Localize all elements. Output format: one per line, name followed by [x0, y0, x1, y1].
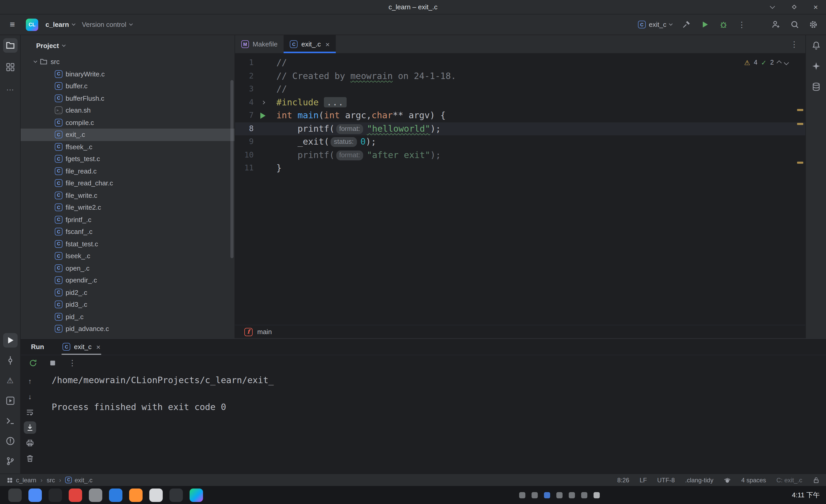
taskbar-app-app-light[interactable]: [149, 488, 163, 502]
run-icon[interactable]: [698, 18, 711, 31]
minimize-button[interactable]: [767, 2, 777, 12]
close-tab-icon[interactable]: ×: [326, 40, 330, 48]
read-access-icon[interactable]: [813, 477, 820, 484]
tree-item-pid2_.c[interactable]: Cpid2_.c: [21, 286, 235, 299]
breadcrumb-c_learn[interactable]: c_learn: [6, 477, 37, 484]
tree-item-pid3_.c[interactable]: Cpid3_.c: [21, 299, 235, 311]
commit-icon[interactable]: [3, 353, 17, 368]
scroll-to-end-icon[interactable]: [24, 421, 36, 434]
taskbar-app-code-blue[interactable]: [109, 488, 122, 502]
services-icon[interactable]: [3, 393, 17, 408]
caret-position[interactable]: 8:26: [617, 477, 630, 484]
tree-item-clean.sh[interactable]: >_clean.sh: [21, 104, 235, 116]
tree-item-bufferFlush.c[interactable]: CbufferFlush.c: [21, 92, 235, 104]
notifications-icon[interactable]: [809, 38, 823, 53]
run-icon[interactable]: [3, 333, 17, 348]
tree-item-fgets_test.c[interactable]: Cfgets_test.c: [21, 153, 235, 165]
inspections-widget[interactable]: ⚠ 4 ✓ 2: [744, 56, 788, 69]
tree-item-ffseek_.c[interactable]: Cffseek_.c: [21, 141, 235, 153]
soft-wrap-icon[interactable]: [24, 406, 36, 418]
warning-stripe[interactable]: [797, 123, 803, 125]
encoding[interactable]: UTF-8: [657, 477, 675, 484]
terminal-icon[interactable]: [3, 414, 17, 428]
main-menu-icon[interactable]: ≡: [6, 19, 18, 30]
tray-icon-1[interactable]: [519, 492, 525, 498]
clock[interactable]: 4:11 下午: [792, 490, 820, 500]
breadcrumb-src[interactable]: src: [47, 477, 55, 484]
clear-all-icon[interactable]: [24, 452, 36, 465]
tab-makefile[interactable]: M Makefile: [235, 35, 284, 53]
tree-item-open_.c[interactable]: Copen_.c: [21, 262, 235, 274]
vcs-selector[interactable]: Version control: [82, 21, 132, 28]
prev-problem-icon[interactable]: [777, 60, 781, 65]
tree-item-file_read.c[interactable]: Cfile_read.c: [21, 165, 235, 177]
tree-item-fscanf_.c[interactable]: Cfscanf_.c: [21, 226, 235, 238]
run-tab-exit-c[interactable]: C exit_c ×: [58, 339, 106, 355]
tree-item-exit_.c[interactable]: Cexit_.c: [21, 129, 235, 141]
close-button[interactable]: ×: [811, 2, 821, 12]
tray-icon-5[interactable]: [569, 492, 575, 498]
console-output[interactable]: /home/meowrain/CLionProjects/c_learn/exi…: [39, 371, 826, 474]
search-everywhere-icon[interactable]: [788, 18, 801, 31]
taskbar-app-app-dark-2[interactable]: [169, 488, 183, 502]
warning-stripe[interactable]: [797, 109, 803, 111]
warning-stripe[interactable]: [797, 162, 803, 164]
run-more-icon[interactable]: ⋮: [66, 357, 78, 369]
run-gutter-icon[interactable]: [260, 113, 266, 119]
build-icon[interactable]: [679, 18, 693, 31]
project-panel-title[interactable]: Project: [36, 42, 59, 49]
tray-icon-3[interactable]: [544, 492, 550, 498]
run-panel-title[interactable]: Run: [31, 343, 44, 351]
app-logo[interactable]: CL: [26, 18, 38, 31]
clangd-status-icon[interactable]: [724, 477, 731, 484]
structure-icon[interactable]: [3, 60, 17, 74]
tree-item-pid_.c[interactable]: Cpid_.c: [21, 311, 235, 323]
tree-item-binaryWrite.c[interactable]: CbinaryWrite.c: [21, 68, 235, 80]
close-run-tab-icon[interactable]: ×: [96, 342, 101, 351]
code-area[interactable]: 1//2// Created by meowrain on 24-1-18.3/…: [235, 53, 805, 325]
maximize-button[interactable]: [789, 2, 799, 12]
tree-folder-src[interactable]: src: [21, 56, 235, 68]
more-actions-icon[interactable]: ⋮: [735, 18, 749, 31]
tree-item-file_read_char.c[interactable]: Cfile_read_char.c: [21, 177, 235, 189]
problems-view-icon[interactable]: [3, 434, 17, 448]
taskbar-app-app-red[interactable]: [69, 488, 82, 502]
collapse-icon[interactable]: [34, 59, 37, 63]
taskbar-app-terminal[interactable]: [8, 488, 22, 502]
context-function-name[interactable]: main: [257, 328, 272, 336]
tree-item-buffer.c[interactable]: Cbuffer.c: [21, 80, 235, 92]
taskbar-app-clion[interactable]: [190, 488, 203, 502]
breadcrumb-exit_.c[interactable]: Cexit_.c: [65, 477, 93, 484]
prev-occurrence-icon[interactable]: ↑: [24, 375, 36, 387]
taskbar-app-app-gray[interactable]: [89, 488, 102, 502]
taskbar-app-app-dark[interactable]: [49, 488, 62, 502]
database-icon[interactable]: [809, 79, 823, 94]
tree-item-file_write2.c[interactable]: Cfile_write2.c: [21, 201, 235, 213]
tree-item-lseek_.c[interactable]: Clseek_.c: [21, 250, 235, 262]
debug-icon[interactable]: [716, 18, 730, 31]
rerun-icon[interactable]: [27, 357, 39, 369]
taskbar-app-browser-blue[interactable]: [28, 488, 42, 502]
project-selector[interactable]: c_learn: [46, 21, 75, 28]
line-separator[interactable]: LF: [640, 477, 647, 484]
project-icon[interactable]: [3, 38, 17, 53]
print-icon[interactable]: [24, 437, 36, 449]
stop-icon[interactable]: [47, 357, 59, 369]
indent[interactable]: 4 spaces: [741, 477, 766, 484]
tree-item-opendir_.c[interactable]: Copendir_.c: [21, 274, 235, 286]
code-with-me-icon[interactable]: [769, 18, 783, 31]
tree-item-file_write.c[interactable]: Cfile_write.c: [21, 189, 235, 201]
taskbar-app-firefox-orange[interactable]: [129, 488, 142, 502]
ai-assistant-icon[interactable]: [809, 59, 823, 73]
more-tools-icon[interactable]: ···: [3, 81, 17, 96]
scrollbar[interactable]: [230, 80, 234, 258]
tree-item-fprintf_.c[interactable]: Cfprintf_.c: [21, 213, 235, 226]
resolve-context[interactable]: C: exit_.c: [776, 477, 802, 484]
tray-icon-2[interactable]: [532, 492, 538, 498]
problems-icon[interactable]: ⚠: [3, 373, 17, 388]
next-occurrence-icon[interactable]: ↓: [24, 390, 36, 403]
tray-icon-6[interactable]: [581, 492, 587, 498]
tree-item-compile.c[interactable]: Ccompile.c: [21, 116, 235, 129]
run-config-selector[interactable]: C exit_c: [638, 21, 672, 28]
tab-exit-c[interactable]: C exit_.c ×: [284, 35, 336, 53]
